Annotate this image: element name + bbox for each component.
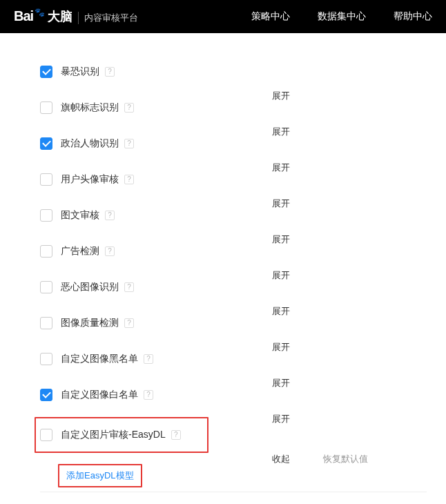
checkbox-item-7[interactable] xyxy=(40,317,52,329)
label-item-8: 自定义图像黑名单 xyxy=(61,353,138,365)
label-item-5: 广告检测 xyxy=(61,245,99,258)
separator xyxy=(40,492,427,492)
help-icon[interactable]: ? xyxy=(124,175,134,184)
checkbox-item-2[interactable] xyxy=(40,137,52,150)
checkbox-item-9[interactable] xyxy=(40,389,52,401)
label-item-9: 自定义图像白名单 xyxy=(61,389,138,401)
label-item-6: 恶心图像识别 xyxy=(61,281,119,293)
checkbox-item-5[interactable] xyxy=(40,245,52,258)
nav-help[interactable]: 帮助中心 xyxy=(394,10,432,23)
help-icon[interactable]: ? xyxy=(105,246,115,256)
label-item-3: 用户头像审核 xyxy=(61,173,119,186)
label-easydl: 自定义图片审核-EasyDL xyxy=(61,429,166,441)
label-item-2: 政治人物识别 xyxy=(61,137,119,150)
help-icon[interactable]: ? xyxy=(144,390,153,400)
help-icon[interactable]: ? xyxy=(105,211,115,220)
label-item-1: 旗帜标志识别 xyxy=(61,101,119,114)
checkbox-easydl[interactable] xyxy=(40,429,52,441)
app-header: Bai🐾大脑 内容审核平台 策略中心 数据集中心 帮助中心 xyxy=(0,0,446,33)
paw-icon: 🐾 xyxy=(35,8,45,17)
nav-strategy[interactable]: 策略中心 xyxy=(251,10,290,23)
help-icon[interactable]: ? xyxy=(105,67,115,77)
logo-text-main: Bai xyxy=(14,8,33,24)
label-item-7: 图像质量检测 xyxy=(61,317,119,329)
collapse-easydl[interactable]: 收起 xyxy=(272,453,290,465)
logo-text-cn: 大脑 xyxy=(48,8,72,25)
checkbox-item-0[interactable] xyxy=(40,66,52,78)
easydl-checkbox-highlight: 自定义图片审核-EasyDL ? xyxy=(35,417,209,453)
checkbox-item-6[interactable] xyxy=(40,281,52,293)
add-easydl-model-link[interactable]: 添加EasyDL模型 xyxy=(58,464,142,487)
restore-default[interactable]: 恢复默认值 xyxy=(323,453,368,465)
label-item-0: 暴恐识别 xyxy=(61,66,99,78)
help-icon[interactable]: ? xyxy=(124,318,134,328)
checkbox-item-8[interactable] xyxy=(40,353,52,365)
logo-subtitle: 内容审核平台 xyxy=(78,12,138,24)
checkbox-item-3[interactable] xyxy=(40,173,52,186)
nav-dataset[interactable]: 数据集中心 xyxy=(318,10,366,23)
help-icon[interactable]: ? xyxy=(144,354,153,364)
main-content: 暴恐识别?展开旗帜标志识别?展开政治人物识别?展开用户头像审核?展开图文审核?展… xyxy=(0,33,446,504)
help-icon[interactable]: ? xyxy=(124,139,134,148)
help-icon[interactable]: ? xyxy=(124,103,134,113)
logo: Bai🐾大脑 内容审核平台 xyxy=(14,8,138,25)
help-icon[interactable]: ? xyxy=(171,430,181,440)
checkbox-item-4[interactable] xyxy=(40,209,52,222)
checkbox-item-1[interactable] xyxy=(40,101,52,114)
help-icon[interactable]: ? xyxy=(124,282,134,292)
top-nav: 策略中心 数据集中心 帮助中心 xyxy=(251,10,432,23)
label-item-4: 图文审核 xyxy=(61,209,99,222)
